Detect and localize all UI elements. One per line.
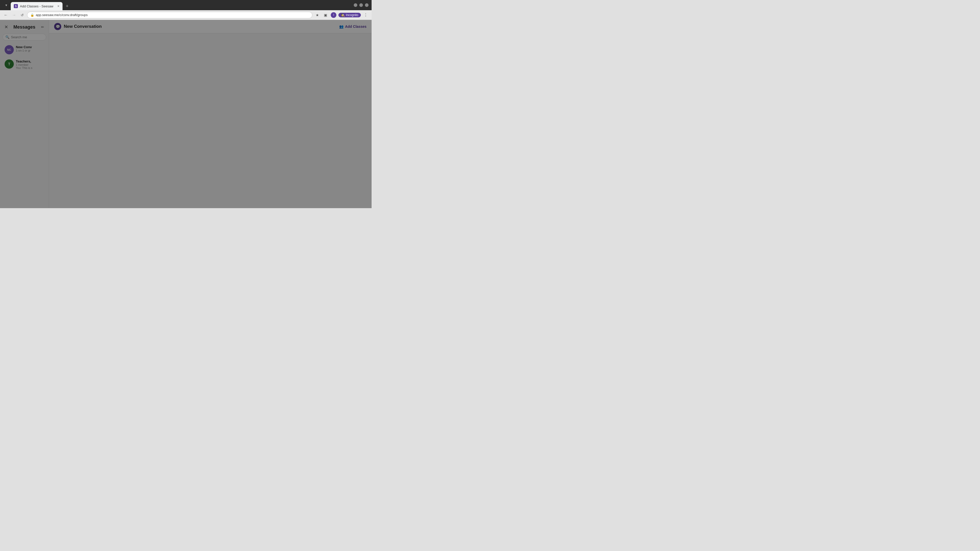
url-text: app.seesaw.me/c/conv.draft/groups (36, 13, 88, 17)
tab-nav-arrow[interactable]: ▾ (3, 2, 9, 8)
window-controls (354, 3, 369, 7)
nav-forward-button[interactable]: → (11, 12, 18, 18)
window-minimize[interactable] (354, 3, 357, 7)
url-lock-icon: 🔒 (30, 13, 34, 17)
incognito-label: Incognito (346, 13, 358, 17)
browser-title-bar: ▾ S Add Classes - Seesaw × + (0, 0, 372, 10)
app-area: ✕ Messages ✏ 🔍 NC New Conv 1-on-1 or gr … (0, 20, 372, 208)
new-tab-button[interactable]: + (63, 2, 71, 10)
tab-favicon: S (14, 4, 18, 8)
window-close[interactable] (365, 3, 369, 7)
browser-menu-icon[interactable]: ⋮ (363, 12, 369, 18)
modal-overlay[interactable]: × Add Classes 1. Select Audience ✓ Teach… (0, 20, 372, 208)
nav-refresh-button[interactable]: ↺ (19, 12, 25, 18)
window-maximize[interactable] (360, 3, 363, 7)
profile-icon[interactable]: I (330, 12, 337, 18)
incognito-badge: 🕵 Incognito (339, 13, 361, 17)
nav-back-button[interactable]: ← (3, 12, 9, 18)
active-tab[interactable]: S Add Classes - Seesaw × (11, 2, 62, 10)
tab-close-icon[interactable]: × (57, 4, 59, 8)
tab-bar: S Add Classes - Seesaw × + (11, 0, 352, 10)
tab-title: Add Classes - Seesaw (20, 4, 53, 8)
bookmark-icon[interactable]: ★ (314, 12, 321, 18)
url-bar[interactable]: 🔒 app.seesaw.me/c/conv.draft/groups (27, 12, 312, 18)
incognito-icon: 🕵 (341, 13, 345, 17)
extensions-icon[interactable]: ▣ (322, 12, 329, 18)
address-bar: ← → ↺ 🔒 app.seesaw.me/c/conv.draft/group… (0, 10, 372, 20)
